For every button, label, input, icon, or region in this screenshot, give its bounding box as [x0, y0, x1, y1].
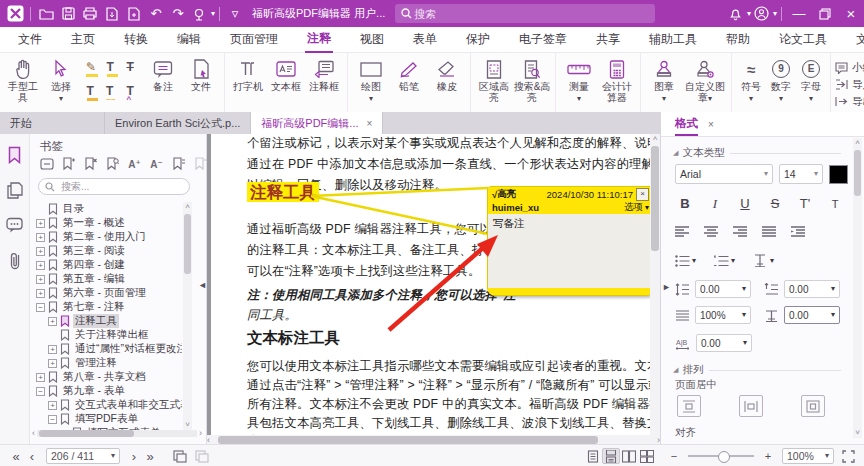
- menu-tab-file[interactable]: 文件: [16, 27, 44, 52]
- bookmark-options-icon[interactable]: [38, 156, 55, 172]
- collapse-panel-icon[interactable]: ◄: [198, 280, 207, 290]
- select-tool-button[interactable]: 选择▾: [42, 55, 80, 103]
- continuous-view-icon[interactable]: [602, 448, 620, 464]
- fullscreen-icon[interactable]: [840, 448, 856, 464]
- menu-tab-form[interactable]: 表单: [411, 27, 439, 52]
- file-attach-button[interactable]: 文件: [182, 55, 220, 92]
- minimize-button[interactable]: —: [786, 5, 812, 23]
- bookmark-item[interactable]: +交互式表单和非交互式表单: [32, 398, 182, 412]
- scrollbar-thumb[interactable]: [218, 436, 598, 444]
- scroll-up-icon[interactable]: ˄: [183, 202, 192, 212]
- typewriter-button[interactable]: 打字机: [229, 55, 267, 92]
- scrollbar-thumb[interactable]: [651, 146, 659, 251]
- subscript-button[interactable]: T: [825, 198, 845, 210]
- center-horizontal-icon[interactable]: [739, 395, 763, 417]
- bookmark-item[interactable]: −第七章 - 注释: [32, 300, 182, 314]
- expander-plus[interactable]: +: [36, 219, 45, 228]
- measure-button[interactable]: 测量▾: [560, 55, 598, 103]
- bookmark-item[interactable]: −填写PDF表单: [32, 412, 182, 426]
- underline-text-icon[interactable]: T: [107, 61, 118, 77]
- bookmark-item-selected[interactable]: +注释工具: [32, 314, 182, 328]
- quick-access-chevron-icon[interactable]: ▿: [224, 5, 246, 23]
- format-panel-scrollbar[interactable]: ˄ ˅: [853, 138, 862, 438]
- bullet-list-button[interactable]: ▾: [675, 255, 696, 267]
- bookmark-item[interactable]: −第九章 - 表单: [32, 384, 182, 398]
- line-spacing-input[interactable]: 0.00▾: [695, 280, 751, 298]
- align-center-icon[interactable]: [704, 226, 719, 238]
- bookmark-item[interactable]: +通过“属性”对话框更改注释外观: [32, 342, 182, 356]
- strikethrough-button[interactable]: S: [765, 196, 785, 211]
- align-left-icon[interactable]: [675, 226, 690, 238]
- chevron-down-icon[interactable]: ▾: [211, 10, 215, 18]
- text-spacing-button[interactable]: ▾: [753, 254, 774, 267]
- align-justify-icon[interactable]: [762, 226, 777, 238]
- menu-tab-comment[interactable]: 注释: [305, 26, 333, 53]
- font-color-swatch[interactable]: [829, 165, 848, 184]
- bookmark-item[interactable]: +第六章 - 页面管理: [32, 286, 182, 300]
- expand-bookmarks-icon[interactable]: A⁺: [126, 156, 143, 172]
- document-vscrollbar[interactable]: ˄: [650, 134, 660, 435]
- bookmark-item[interactable]: +第二章 - 使用入门: [32, 230, 182, 244]
- menu-tab-paper-tools[interactable]: 论文工具: [777, 27, 829, 52]
- eraser-button[interactable]: 橡皮: [428, 55, 466, 92]
- indent-icon[interactable]: [791, 226, 806, 238]
- bookmark-item[interactable]: +第三章 - 阅读: [32, 244, 182, 258]
- scroll-left-icon[interactable]: ‹: [207, 435, 210, 445]
- collapse-bookmarks-icon[interactable]: A⁻: [148, 156, 165, 172]
- char-spacing-input[interactable]: 0.00▾: [784, 306, 840, 324]
- expander-plus[interactable]: +: [48, 345, 57, 354]
- expander-plus[interactable]: +: [36, 275, 45, 284]
- scrollbar-thumb[interactable]: [39, 430, 134, 437]
- export-pdf-icon[interactable]: [101, 5, 123, 23]
- bookmark-search-box[interactable]: [38, 178, 190, 195]
- menu-tab-proofread[interactable]: 文档校对: [854, 27, 864, 52]
- text-type-section-header[interactable]: ◢ 文本类型: [673, 146, 841, 160]
- highlight-text-icon[interactable]: T: [87, 85, 98, 101]
- font-size-select[interactable]: 14▾: [779, 164, 823, 184]
- paragraph-spacing-input[interactable]: 0.00▾: [784, 280, 840, 298]
- document-view[interactable]: 个留注或标记，以表示对某个事实或观点表达个人见解和态度的解释、说明或阐述。您可 …: [207, 134, 660, 444]
- menu-tab-accessibility[interactable]: 辅助工具: [647, 27, 699, 52]
- menu-tab-share[interactable]: 共享: [594, 27, 622, 52]
- note-options-button[interactable]: 选项: [624, 201, 643, 214]
- arrange-section-header[interactable]: ◢ 排列: [673, 363, 841, 377]
- note-tool-button[interactable]: 备注: [144, 55, 182, 92]
- facing-view-icon[interactable]: [620, 448, 638, 464]
- global-search-box[interactable]: [395, 4, 655, 23]
- start-tab[interactable]: 开始: [0, 112, 105, 134]
- menu-tab-help[interactable]: 帮助: [724, 27, 752, 52]
- note-body-text[interactable]: 写备注: [488, 214, 653, 234]
- bookmarks-panel-icon[interactable]: [7, 146, 22, 164]
- superscript-button[interactable]: T': [795, 196, 815, 211]
- expander-minus[interactable]: −: [48, 415, 57, 424]
- italic-button[interactable]: I: [705, 196, 725, 212]
- insert-text-icon[interactable]: T^: [127, 85, 138, 102]
- expander-plus[interactable]: +: [36, 289, 45, 298]
- export-comments-button[interactable]: 导出 ▾: [835, 94, 864, 109]
- scroll-left-icon[interactable]: ‹: [32, 428, 35, 438]
- bold-button[interactable]: B: [675, 196, 695, 211]
- menu-tab-esign[interactable]: 电子签章: [517, 27, 569, 52]
- page-number-box[interactable]: 206 / 411▾: [46, 448, 120, 464]
- underline-button[interactable]: U: [735, 196, 755, 211]
- highlight-pen-icon[interactable]: ✎: [86, 61, 98, 77]
- import-comments-button[interactable]: 导入: [835, 77, 864, 92]
- menu-tab-protect[interactable]: 保护: [464, 27, 492, 52]
- scroll-up-icon[interactable]: ˄: [853, 138, 862, 148]
- close-panel-icon[interactable]: ×: [708, 119, 714, 130]
- bookmark-hscrollbar[interactable]: ‹ ›: [32, 428, 202, 438]
- numbered-list-button[interactable]: ▾: [714, 255, 735, 267]
- delete-bookmark-icon[interactable]: [82, 156, 99, 172]
- zoom-slider-knob[interactable]: [718, 451, 730, 463]
- document-tab-environ[interactable]: Environ Earth Sci公式.p...: [105, 112, 251, 134]
- center-vertical-icon[interactable]: [677, 395, 701, 417]
- restore-button[interactable]: [812, 5, 838, 23]
- roller-tool-icon[interactable]: [189, 5, 211, 23]
- callout-button[interactable]: 注释框: [305, 55, 343, 92]
- hand-tool-button[interactable]: 手型工具: [4, 55, 42, 103]
- comments-panel-icon[interactable]: [6, 217, 23, 233]
- menu-tab-view[interactable]: 视图: [358, 27, 386, 52]
- scrollbar-thumb[interactable]: [854, 150, 861, 196]
- area-highlight-button[interactable]: 区域高亮: [475, 55, 513, 103]
- single-page-view-icon[interactable]: [584, 448, 602, 464]
